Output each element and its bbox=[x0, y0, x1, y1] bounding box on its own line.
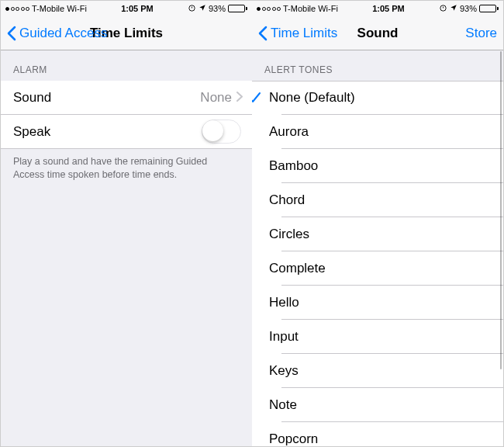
tones-list: None (Default)AuroraBambooChordCirclesCo… bbox=[252, 81, 503, 446]
battery-icon bbox=[479, 5, 499, 12]
back-button[interactable]: Guided Access bbox=[7, 26, 107, 41]
sound-label: Sound bbox=[13, 90, 200, 106]
status-bar: T-Mobile Wi-Fi 1:05 PM 93% bbox=[252, 1, 503, 16]
location-icon bbox=[198, 4, 206, 13]
location-icon bbox=[450, 4, 457, 13]
signal-dots-icon bbox=[257, 7, 281, 11]
tone-label: Aurora bbox=[269, 124, 503, 140]
tone-label: Chord bbox=[269, 192, 503, 208]
sound-value: None bbox=[200, 90, 232, 106]
battery-icon bbox=[228, 5, 247, 12]
tone-row[interactable]: Popcorn bbox=[252, 422, 503, 446]
sound-row[interactable]: Sound None bbox=[1, 81, 252, 115]
signal-dots-icon bbox=[5, 7, 29, 11]
tone-label: Hello bbox=[269, 295, 503, 310]
back-label: Guided Access bbox=[19, 26, 107, 41]
speak-row: Speak bbox=[1, 115, 252, 149]
tone-row[interactable]: Keys bbox=[252, 354, 503, 388]
content-area: ALARM Sound None Speak Play a sound and … bbox=[1, 50, 252, 446]
checkmark-icon bbox=[252, 92, 261, 103]
scroll-indicator bbox=[500, 51, 502, 369]
screen-time-limits: T-Mobile Wi-Fi 1:05 PM 93% Guided Access… bbox=[1, 1, 252, 446]
tone-row[interactable]: Input bbox=[252, 320, 503, 354]
speak-toggle[interactable] bbox=[202, 120, 241, 144]
status-time: 1:05 PM bbox=[121, 4, 154, 13]
section-footer: Play a sound and have the remaining Guid… bbox=[1, 149, 252, 182]
tone-label: Circles bbox=[269, 227, 503, 242]
tone-label: Complete bbox=[269, 261, 503, 276]
tone-row[interactable]: None (Default) bbox=[252, 81, 503, 115]
back-button[interactable]: Time Limits bbox=[258, 26, 337, 41]
tone-row[interactable]: Complete bbox=[252, 251, 503, 286]
tone-label: Bamboo bbox=[269, 158, 503, 174]
tone-row[interactable]: Note bbox=[252, 388, 503, 422]
tone-row[interactable]: Bamboo bbox=[252, 149, 503, 183]
tone-row[interactable]: Chord bbox=[252, 183, 503, 217]
speak-label: Speak bbox=[13, 124, 202, 140]
tone-label: Input bbox=[269, 329, 503, 345]
tone-label: None (Default) bbox=[269, 90, 503, 106]
carrier-label: T-Mobile Wi-Fi bbox=[32, 4, 87, 13]
tone-row[interactable]: Aurora bbox=[252, 115, 503, 149]
chevron-right-icon bbox=[236, 90, 243, 106]
carrier-label: T-Mobile Wi-Fi bbox=[283, 4, 338, 13]
tone-row[interactable]: Circles bbox=[252, 217, 503, 251]
checkmark-slot bbox=[252, 92, 269, 103]
tone-label: Note bbox=[269, 397, 503, 413]
rotation-lock-icon bbox=[188, 4, 196, 14]
section-header-alert-tones: ALERT TONES bbox=[252, 50, 503, 81]
store-button[interactable]: Store bbox=[465, 26, 497, 41]
nav-bar: Time Limits Sound Store bbox=[252, 16, 503, 50]
chevron-left-icon bbox=[7, 26, 16, 41]
rotation-lock-icon bbox=[439, 4, 447, 14]
back-label: Time Limits bbox=[271, 26, 337, 41]
battery-percent: 93% bbox=[460, 4, 477, 13]
tone-label: Keys bbox=[269, 363, 503, 379]
screen-sound: T-Mobile Wi-Fi 1:05 PM 93% Time Limits S… bbox=[252, 1, 503, 446]
tone-row[interactable]: Hello bbox=[252, 286, 503, 320]
nav-bar: Guided Access Time Limits bbox=[1, 16, 252, 50]
status-bar: T-Mobile Wi-Fi 1:05 PM 93% bbox=[1, 1, 252, 16]
chevron-left-icon bbox=[258, 26, 268, 41]
content-area: ALERT TONES None (Default)AuroraBambooCh… bbox=[252, 50, 503, 446]
tone-label: Popcorn bbox=[269, 431, 503, 447]
section-header-alarm: ALARM bbox=[1, 50, 252, 81]
battery-percent: 93% bbox=[209, 4, 226, 13]
status-time: 1:05 PM bbox=[372, 4, 405, 13]
